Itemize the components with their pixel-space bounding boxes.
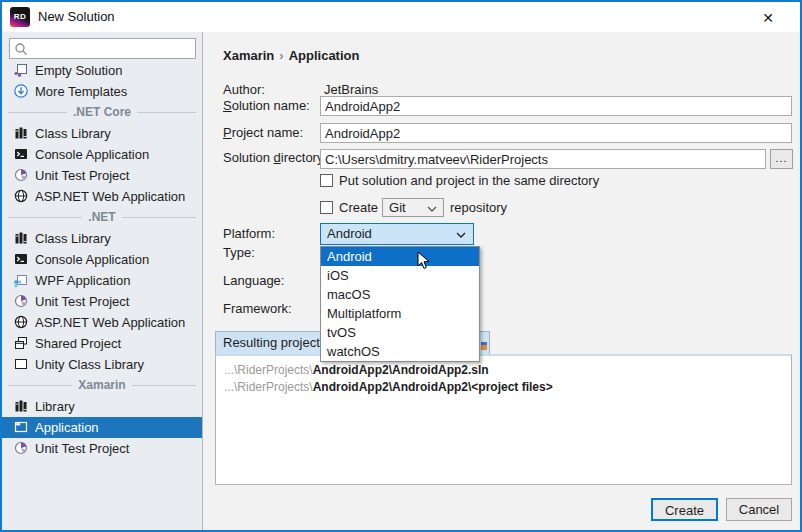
type-label: Type: xyxy=(223,245,255,261)
more-templates-icon xyxy=(13,83,29,99)
console-application-icon xyxy=(13,146,29,162)
web-application-icon xyxy=(13,314,29,330)
sidebar-item-empty-solution[interactable]: Empty Solution xyxy=(2,60,202,81)
path-bold: AndroidApp2\AndroidApp2.sln xyxy=(313,363,489,377)
sidebar-item-label: Shared Project xyxy=(35,336,121,351)
path-line: ...\RiderProjects\AndroidApp2\AndroidApp… xyxy=(224,362,783,379)
dropdown-option-multiplatform[interactable]: Multiplatform xyxy=(321,304,479,323)
browse-button[interactable]: ... xyxy=(770,149,793,169)
class-library-icon xyxy=(13,398,29,414)
sidebar-item-application[interactable]: Application xyxy=(2,417,202,438)
sidebar-item-asp-net-web-application[interactable]: ASP.NET Web Application xyxy=(2,186,202,207)
sidebar-item-asp-net-web-application[interactable]: ASP.NET Web Application xyxy=(2,312,202,333)
sidebar-item-unit-test-project[interactable]: Unit Test Project xyxy=(2,165,202,186)
dropdown-option-android[interactable]: Android xyxy=(321,247,479,266)
search-input[interactable] xyxy=(30,40,190,57)
sidebar-section-header-xamarin: Xamarin xyxy=(2,375,202,396)
template-list: Empty SolutionMore Templates.NET CoreCla… xyxy=(2,60,202,459)
class-library-icon xyxy=(13,230,29,246)
platform-label: Platform: xyxy=(223,226,275,242)
section-header-label: .NET Core xyxy=(73,102,131,123)
sidebar-item-console-application[interactable]: Console Application xyxy=(2,249,202,270)
sidebar-item-class-library[interactable]: Class Library xyxy=(2,228,202,249)
sidebar-item-unit-test-project[interactable]: Unit Test Project xyxy=(2,291,202,312)
create-button[interactable]: Create xyxy=(651,498,718,521)
sidebar-item-more-templates[interactable]: More Templates xyxy=(2,81,202,102)
section-divider-line xyxy=(137,112,196,113)
unit-test-icon xyxy=(13,440,29,456)
sidebar-item-label: Application xyxy=(35,420,99,435)
sidebar-item-label: Class Library xyxy=(35,231,111,246)
checkbox-icon[interactable] xyxy=(320,174,333,187)
cancel-button[interactable]: Cancel xyxy=(726,498,792,521)
solution-directory-label: Solution directory: xyxy=(223,150,327,166)
tab-icon-fragment xyxy=(481,342,487,350)
sidebar-item-label: More Templates xyxy=(35,84,127,99)
author-label: Author: xyxy=(223,82,265,98)
chevron-down-icon xyxy=(456,232,466,238)
sidebar-item-wpf-application[interactable]: WPF Application xyxy=(2,270,202,291)
same-directory-checkbox[interactable]: Put solution and project in the same dir… xyxy=(320,173,599,188)
project-name-input[interactable] xyxy=(320,123,792,143)
create-repo-suffix: repository xyxy=(450,200,507,215)
sidebar-item-label: Library xyxy=(35,399,75,414)
path-prefix: ...\RiderProjects\ xyxy=(224,363,313,377)
breadcrumb-current: Application xyxy=(289,48,360,63)
checkbox-icon[interactable] xyxy=(320,201,333,214)
path-line: ...\RiderProjects\AndroidApp2\AndroidApp… xyxy=(224,379,783,396)
sidebar-item-shared-project[interactable]: Shared Project xyxy=(2,333,202,354)
platform-dropdown: AndroidiOSmacOSMultiplatformtvOSwatchOS xyxy=(320,246,480,362)
empty-solution-icon xyxy=(13,62,29,78)
sidebar-item-label: Class Library xyxy=(35,126,111,141)
sidebar-item-library[interactable]: Library xyxy=(2,396,202,417)
sidebar-item-label: Unit Test Project xyxy=(35,441,129,456)
unit-test-icon xyxy=(13,293,29,309)
path-prefix: ...\RiderProjects\ xyxy=(224,380,313,394)
titlebar: RD New Solution ✕ xyxy=(2,2,800,32)
console-application-icon xyxy=(13,251,29,267)
section-divider-line xyxy=(132,385,196,386)
sidebar-item-unity-class-library[interactable]: Unity Class Library xyxy=(2,354,202,375)
section-header-label: Xamarin xyxy=(78,375,125,396)
sidebar-item-label: Unit Test Project xyxy=(35,168,129,183)
close-button[interactable]: ✕ xyxy=(758,8,778,28)
section-divider-line xyxy=(8,112,67,113)
sidebar-item-label: Empty Solution xyxy=(35,63,122,78)
solution-name-input[interactable] xyxy=(320,96,792,116)
template-search[interactable] xyxy=(9,38,196,59)
sidebar-item-class-library[interactable]: Class Library xyxy=(2,123,202,144)
platform-value: Android xyxy=(327,226,372,241)
sidebar-item-label: ASP.NET Web Application xyxy=(35,189,185,204)
breadcrumb: Xamarin›Application xyxy=(223,48,359,63)
language-label: Language: xyxy=(223,273,284,289)
sidebar-section-header-net: .NET xyxy=(2,207,202,228)
create-repo-checkbox[interactable]: Create Git repository xyxy=(320,198,507,217)
dropdown-option-watchos[interactable]: watchOS xyxy=(321,342,479,361)
dropdown-option-ios[interactable]: iOS xyxy=(321,266,479,285)
solution-directory-input[interactable] xyxy=(320,149,766,169)
platform-select[interactable]: Android xyxy=(320,223,474,245)
window-title: New Solution xyxy=(38,9,115,24)
path-bold: AndroidApp2\AndroidApp2\<project files> xyxy=(313,380,553,394)
sidebar-item-label: Console Application xyxy=(35,147,149,162)
vcs-select[interactable]: Git xyxy=(382,198,444,217)
mouse-cursor-icon xyxy=(417,251,430,275)
application-icon xyxy=(13,419,29,435)
same-directory-checkbox-label: Put solution and project in the same dir… xyxy=(339,173,599,188)
new-solution-dialog: RD New Solution ✕ Empty SolutionMore Tem… xyxy=(0,0,802,532)
section-divider-line xyxy=(122,217,196,218)
create-repo-prefix: Create xyxy=(339,200,378,215)
dropdown-option-tvos[interactable]: tvOS xyxy=(321,323,479,342)
unit-test-icon xyxy=(13,167,29,183)
framework-label: Framework: xyxy=(223,301,292,317)
vcs-value: Git xyxy=(389,200,406,215)
dropdown-option-macos[interactable]: macOS xyxy=(321,285,479,304)
sidebar-item-label: Unity Class Library xyxy=(35,357,144,372)
sidebar-item-label: Console Application xyxy=(35,252,149,267)
sidebar-item-unit-test-project[interactable]: Unit Test Project xyxy=(2,438,202,459)
sidebar-item-label: WPF Application xyxy=(35,273,130,288)
web-application-icon xyxy=(13,188,29,204)
sidebar-item-console-application[interactable]: Console Application xyxy=(2,144,202,165)
preview-panel: ...\RiderProjects\AndroidApp2\AndroidApp… xyxy=(215,354,792,485)
section-divider-line xyxy=(8,385,72,386)
